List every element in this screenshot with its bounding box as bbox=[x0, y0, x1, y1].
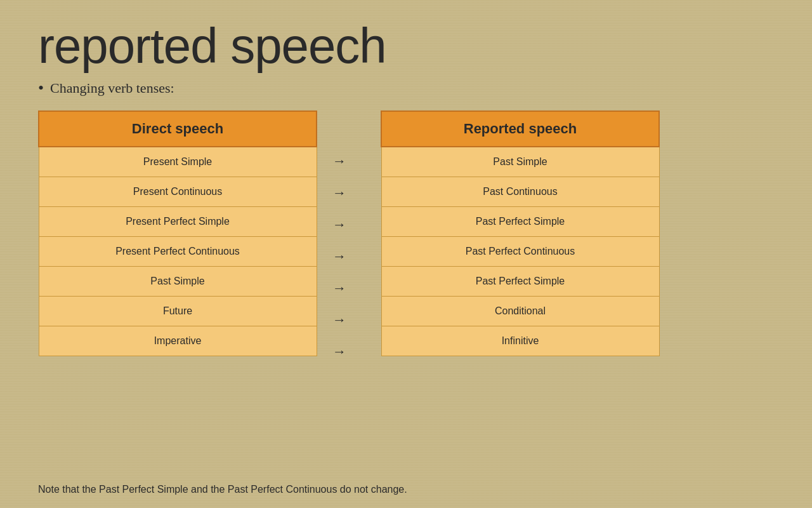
arrow-1: → bbox=[332, 177, 346, 209]
reported-row-0: Past Simple bbox=[381, 147, 659, 177]
reported-speech-table-wrapper: Reported speech Past SimplePast Continuo… bbox=[381, 110, 660, 356]
arrow-0: → bbox=[332, 145, 346, 177]
subtitle: • Changing verb tenses: bbox=[38, 80, 774, 97]
reported-row-5: Conditional bbox=[381, 296, 659, 326]
arrow-2: → bbox=[332, 209, 346, 241]
arrow-5: → bbox=[332, 304, 346, 336]
reported-row-2: Past Perfect Simple bbox=[381, 206, 659, 236]
direct-row-0: Present Simple bbox=[39, 147, 317, 177]
subtitle-text: Changing verb tenses: bbox=[50, 80, 174, 97]
direct-row-5: Future bbox=[39, 296, 317, 326]
reported-speech-table: Reported speech Past SimplePast Continuo… bbox=[381, 110, 660, 356]
direct-speech-table-wrapper: Direct speech Present SimplePresent Cont… bbox=[38, 110, 317, 356]
reported-row-4: Past Perfect Simple bbox=[381, 266, 659, 296]
direct-speech-header: Direct speech bbox=[39, 111, 317, 147]
direct-speech-table: Direct speech Present SimplePresent Cont… bbox=[38, 110, 317, 356]
arrow-3: → bbox=[332, 241, 346, 272]
note-text: Note that the Past Perfect Simple and th… bbox=[38, 484, 774, 495]
reported-speech-header: Reported speech bbox=[381, 111, 659, 147]
direct-row-1: Present Continuous bbox=[39, 177, 317, 206]
bullet: • bbox=[38, 80, 44, 97]
direct-row-3: Present Perfect Continuous bbox=[39, 236, 317, 266]
reported-row-3: Past Perfect Continuous bbox=[381, 236, 659, 266]
direct-row-2: Present Perfect Simple bbox=[39, 206, 317, 236]
reported-row-6: Infinitive bbox=[381, 326, 659, 356]
reported-row-1: Past Continuous bbox=[381, 177, 659, 206]
direct-row-6: Imperative bbox=[39, 326, 317, 356]
direct-row-4: Past Simple bbox=[39, 266, 317, 296]
arrow-column: →→→→→→→ bbox=[317, 110, 362, 368]
arrow-6: → bbox=[332, 336, 346, 368]
main-title: reported speech bbox=[38, 19, 774, 74]
page-container: reported speech • Changing verb tenses: … bbox=[0, 0, 812, 508]
arrow-4: → bbox=[332, 272, 346, 304]
tables-section: Direct speech Present SimplePresent Cont… bbox=[38, 110, 774, 474]
